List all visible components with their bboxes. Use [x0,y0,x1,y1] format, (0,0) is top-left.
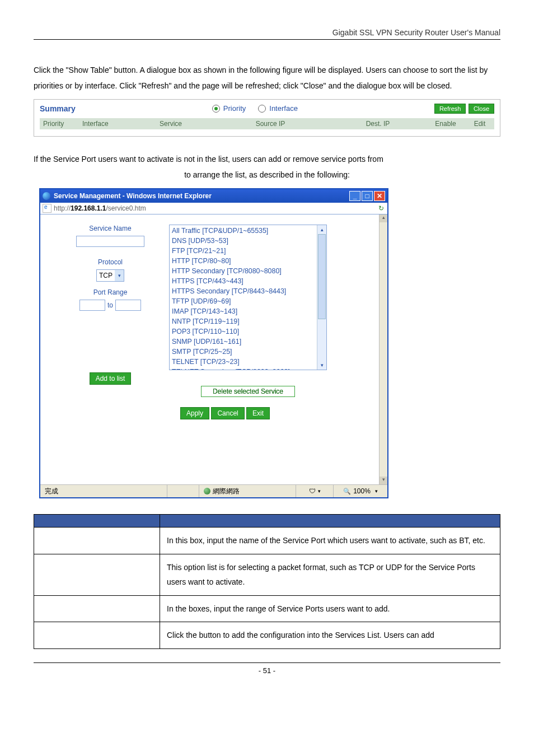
zoom-icon: 🔍 [343,488,351,495]
page-footer: - 51 - [34,662,500,675]
status-done: 完成 [40,485,167,497]
col-interface: Interface [79,118,130,129]
list-item[interactable]: FTP [TCP/21~21] [172,246,324,256]
label-protocol: Protocol [68,258,152,266]
ie-titlebar: Service Management - Windows Internet Ex… [40,189,387,203]
list-item[interactable]: HTTPS Secondary [TCP/8443~8443] [172,287,324,297]
label-port-range: Port Range [68,288,152,296]
list-item[interactable]: SMTP [TCP/25~25] [172,347,324,357]
list-item[interactable]: HTTP Secondary [TCP/8080~8080] [172,267,324,277]
label-to: to [107,301,113,309]
paragraph-1: Click the "Show Table" button. A dialogu… [34,62,500,94]
col-source-ip: Source IP [211,118,330,129]
row2-left [34,554,160,595]
label-service-name: Service Name [68,225,152,232]
chevron-down-icon: ▾ [115,270,124,281]
radio-interface[interactable] [258,105,266,113]
list-item[interactable]: HTTPS [TCP/443~443] [172,277,324,287]
refresh-button[interactable]: Refresh [434,104,466,114]
row2-right: This option list is for selecting a pack… [160,554,500,595]
list-item[interactable]: SNMP [UDP/161~161] [172,337,324,347]
protocol-value: TCP [99,272,113,279]
ie-status-bar: 完成 網際網路 🛡▾ 🔍 100% ▾ [40,484,387,497]
radio-priority-label: Priority [223,104,246,113]
ie-address-bar[interactable]: http://192.168.1.1/service0.htm ↻ [40,203,387,214]
port-range-from-input[interactable] [79,300,105,311]
window-close-button[interactable]: ✕ [374,191,385,201]
page-header: Gigabit SSL VPN Security Router User's M… [34,28,500,40]
service-listbox[interactable]: All Traffic [TCP&UDP/1~65535]DNS [UDP/53… [169,225,327,370]
row3-left [34,595,160,622]
table-header-left [34,515,160,528]
url-host: 192.168.1.1 [71,204,106,212]
window-maximize-button[interactable]: □ [362,191,373,201]
summary-table-header: Priority Interface Service Source IP Des… [40,118,494,129]
row1-right: In this box, input the name of the Servi… [160,528,500,554]
protocol-select[interactable]: TCP ▾ [96,269,124,282]
zoom-value: 100% [353,487,371,495]
apply-button[interactable]: Apply [180,407,209,419]
list-item[interactable]: TFTP [UDP/69~69] [172,297,324,307]
window-minimize-button[interactable]: _ [349,191,360,201]
radio-interface-label: Interface [269,104,298,113]
row3-right: In the boxes, input the range of Service… [160,595,500,622]
ie-window: Service Management - Windows Internet Ex… [39,188,388,498]
ie-title: Service Management - Windows Internet Ex… [54,192,212,200]
list-item[interactable]: HTTP [TCP/80~80] [172,256,324,267]
row4-left [34,622,160,649]
row1-left [34,528,160,554]
status-internet: 網際網路 [213,487,240,496]
exit-button[interactable]: Exit [246,407,270,419]
service-name-input[interactable] [76,236,144,247]
list-item[interactable]: DNS [UDP/53~53] [172,236,324,246]
paragraph-2a: If the Service Port users want to activa… [34,151,500,167]
table-header-right [160,515,500,528]
listbox-scrollbar[interactable]: ▴ ▾ [317,225,326,370]
url-prefix: http:// [54,204,71,212]
add-to-list-button[interactable]: Add to list [90,372,132,385]
col-enable: Enable [426,118,465,129]
col-dest-ip: Dest. IP [330,118,426,129]
list-item[interactable]: NNTP [TCP/119~119] [172,317,324,327]
protected-mode-icon: 🛡 [309,487,316,495]
list-item[interactable]: All Traffic [TCP&UDP/1~65535] [172,226,324,236]
col-service: Service [130,118,211,129]
close-button[interactable]: Close [469,104,494,114]
ie-content: ▴▾ Service Name Protocol TCP ▾ Port Rang… [40,214,387,484]
list-item[interactable]: TELNET Secondary [TCP/8023~8023] [172,367,324,370]
port-range-to-input[interactable] [115,300,141,311]
summary-panel: Summary Priority Interface Refresh Close… [34,99,500,137]
reload-icon[interactable]: ↻ [377,204,385,212]
ie-logo-icon [43,192,50,200]
cancel-button[interactable]: Cancel [211,407,244,419]
row4-right: Click the button to add the configuratio… [160,622,500,649]
col-edit: Edit [465,118,494,129]
paragraph-2b: to arrange the list, as described in the… [34,167,500,183]
summary-label: Summary [40,104,76,113]
col-priority: Priority [40,118,79,129]
page-icon [43,204,51,213]
list-item[interactable]: IMAP [TCP/143~143] [172,307,324,317]
description-table: In this box, input the name of the Servi… [34,514,500,649]
list-item[interactable]: TELNET [TCP/23~23] [172,357,324,367]
list-item[interactable]: POP3 [TCP/110~110] [172,327,324,337]
url-path: /service0.htm [106,204,146,212]
delete-selected-button[interactable]: Delete selected Service [201,386,295,397]
content-scrollbar[interactable]: ▴▾ [379,214,387,484]
globe-icon [204,488,210,494]
radio-priority[interactable] [212,105,220,113]
